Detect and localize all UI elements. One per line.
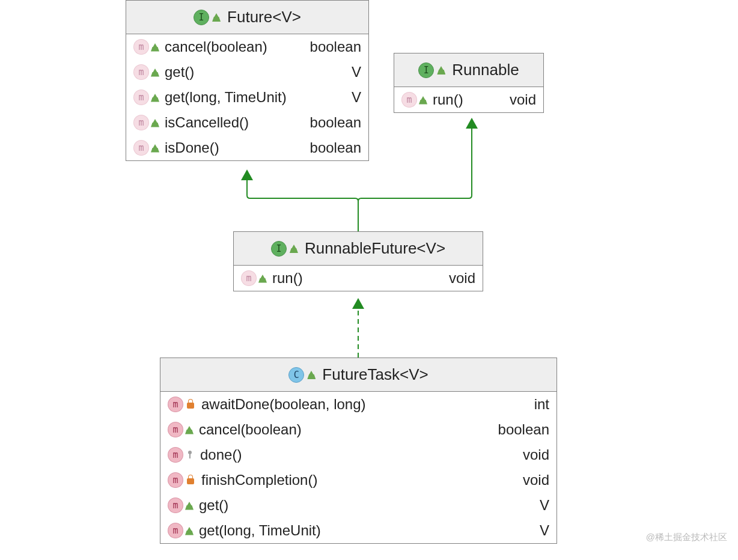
uml-title: FutureTask<V>: [322, 365, 428, 384]
method-icon: m: [133, 90, 149, 105]
method-icon: m: [133, 39, 149, 55]
watermark: @稀土掘金技术社区: [646, 532, 727, 543]
method-signature: get(): [199, 497, 526, 514]
method-signature: cancel(boolean): [199, 421, 485, 438]
uml-header: I Future<V>: [126, 1, 368, 34]
public-icon: [187, 426, 192, 430]
public-icon: [214, 13, 219, 17]
public-icon: [153, 119, 157, 123]
method-signature: run(): [272, 270, 436, 287]
method-signature: finishCompletion(): [201, 472, 510, 488]
uml-method-row: mget(long, TimeUnit)V: [160, 518, 557, 543]
public-icon: [153, 144, 157, 148]
private-icon: [187, 403, 194, 409]
method-icon: m: [133, 115, 149, 130]
method-icon: m: [133, 140, 149, 156]
method-return: V: [352, 89, 361, 106]
method-signature: get(long, TimeUnit): [199, 522, 526, 539]
public-icon: [153, 43, 157, 47]
public-icon: [153, 68, 157, 73]
public-icon: [439, 66, 444, 70]
uml-method-row: mdone()void: [160, 442, 557, 467]
method-icon: m: [168, 472, 183, 488]
uml-body-futuretask: mawaitDone(boolean, long)intmcancel(bool…: [160, 392, 557, 543]
method-return: void: [523, 472, 549, 488]
method-signature: get(long, TimeUnit): [165, 89, 338, 106]
uml-title: Runnable: [452, 61, 519, 79]
protected-icon: [188, 451, 192, 454]
method-return: void: [449, 270, 475, 287]
method-return: boolean: [310, 114, 361, 131]
method-icon: m: [133, 64, 149, 80]
public-icon: [187, 527, 192, 531]
interface-icon: I: [271, 241, 287, 257]
uml-method-row: mcancel(boolean)boolean: [126, 34, 368, 59]
method-signature: isDone(): [165, 139, 297, 156]
uml-title: RunnableFuture<V>: [305, 239, 445, 258]
method-icon: m: [168, 523, 183, 538]
uml-method-row: mget()V: [126, 59, 368, 85]
uml-header: I RunnableFuture<V>: [234, 232, 483, 266]
uml-title: Future<V>: [227, 8, 301, 26]
method-signature: run(): [433, 91, 496, 108]
method-icon: m: [241, 270, 257, 286]
interface-icon: I: [194, 10, 209, 25]
public-icon: [260, 275, 265, 279]
public-icon: [291, 245, 296, 249]
method-return: V: [540, 522, 549, 539]
public-icon: [187, 502, 192, 506]
method-return: void: [523, 446, 549, 463]
interface-icon: I: [418, 62, 434, 78]
method-signature: get(): [165, 64, 338, 81]
method-signature: awaitDone(boolean, long): [201, 396, 521, 413]
uml-method-row: mawaitDone(boolean, long)int: [160, 392, 557, 417]
method-icon: m: [168, 397, 183, 412]
uml-body-future: mcancel(boolean)booleanmget()Vmget(long,…: [126, 34, 368, 160]
method-icon: m: [168, 422, 183, 437]
uml-method-row: mrun()void: [394, 87, 543, 112]
uml-box-future: I Future<V> mcancel(boolean)booleanmget(…: [126, 0, 369, 161]
private-icon: [187, 478, 194, 484]
method-signature: cancel(boolean): [165, 38, 297, 55]
method-return: V: [352, 64, 361, 81]
public-icon: [153, 94, 157, 98]
method-icon: m: [168, 447, 183, 463]
uml-method-row: mget()V: [160, 493, 557, 518]
uml-method-row: misDone()boolean: [126, 135, 368, 160]
method-signature: done(): [200, 446, 510, 463]
uml-body-runnable: mrun()void: [394, 87, 543, 112]
uml-method-row: mget(long, TimeUnit)V: [126, 85, 368, 110]
uml-header: I Runnable: [394, 53, 543, 87]
method-return: V: [540, 497, 549, 514]
public-icon: [421, 96, 425, 100]
uml-method-row: misCancelled()boolean: [126, 110, 368, 135]
method-signature: isCancelled(): [165, 114, 297, 131]
uml-box-futuretask: C FutureTask<V> mawaitDone(boolean, long…: [160, 358, 557, 544]
uml-box-runnablefuture: I RunnableFuture<V> mrun()void: [233, 231, 483, 291]
public-icon: [309, 371, 314, 375]
uml-body-runnablefuture: mrun()void: [234, 266, 483, 291]
method-icon: m: [401, 92, 417, 108]
uml-method-row: mcancel(boolean)boolean: [160, 417, 557, 442]
method-return: boolean: [498, 421, 549, 438]
uml-method-row: mfinishCompletion()void: [160, 467, 557, 493]
uml-box-runnable: I Runnable mrun()void: [394, 53, 544, 113]
method-return: boolean: [310, 38, 361, 55]
uml-method-row: mrun()void: [234, 266, 483, 291]
method-return: void: [510, 91, 536, 108]
method-icon: m: [168, 498, 183, 513]
method-return: int: [534, 396, 549, 413]
class-icon: C: [288, 367, 304, 383]
method-return: boolean: [310, 139, 361, 156]
uml-header: C FutureTask<V>: [160, 358, 557, 392]
